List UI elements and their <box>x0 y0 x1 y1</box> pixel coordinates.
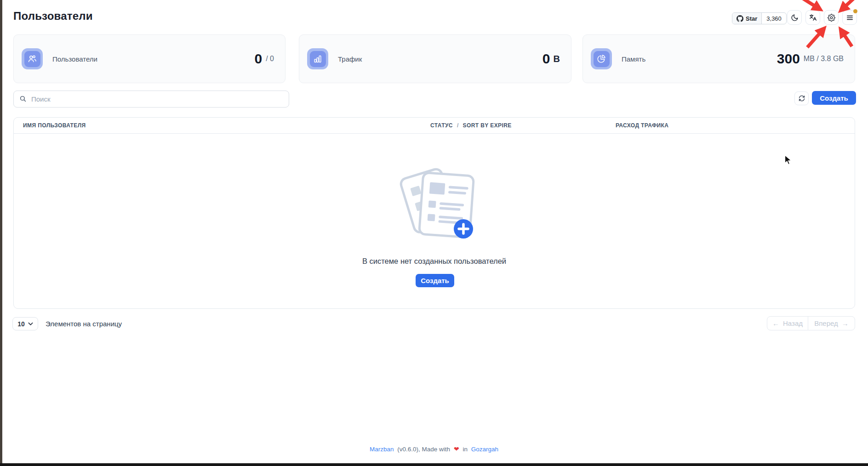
github-star-count[interactable]: 3,360 <box>762 13 786 24</box>
chevron-down-icon <box>28 322 33 326</box>
translate-icon <box>809 13 817 22</box>
moon-icon <box>791 14 799 22</box>
language-button[interactable] <box>805 10 820 25</box>
github-icon <box>737 15 743 22</box>
marzban-users-page: { "page": { "title": "Пользователи" }, "… <box>0 0 868 466</box>
footer-version-text: (v0.6.0), Made with <box>397 446 450 453</box>
empty-state-message: В системе нет созданных пользователей <box>14 257 855 266</box>
menu-icon <box>846 14 854 22</box>
window-edge-left <box>0 0 2 466</box>
column-header-traffic-usage[interactable]: РАСХОД ТРАФИКА <box>616 118 668 133</box>
page-size-value: 10 <box>17 320 25 328</box>
table-header-row: ИМЯ ПОЛЬЗОВАТЕЛЯ СТАТУС / SORT BY EXPIRE… <box>14 118 855 134</box>
column-header-username[interactable]: ИМЯ ПОЛЬЗОВАТЕЛЯ <box>23 118 86 133</box>
stat-value-memory: 300 MB / 3.8 GB <box>777 35 844 83</box>
window-edge-bottom <box>0 463 868 466</box>
footer: Marzban (v0.6.0), Made with ❤ in Gozarga… <box>0 445 868 453</box>
next-page-button[interactable]: Вперед → <box>808 317 855 330</box>
bar-chart-icon <box>307 48 328 69</box>
stat-card-users: Пользователи 0 / 0 <box>13 34 286 83</box>
heart-icon: ❤ <box>454 445 459 453</box>
notification-dot <box>853 9 857 13</box>
stat-label-memory: Память <box>622 35 645 83</box>
search-input[interactable] <box>13 91 289 108</box>
page-size-select[interactable]: 10 <box>12 317 38 330</box>
pie-chart-icon <box>591 48 612 69</box>
settings-button[interactable] <box>824 10 839 25</box>
github-star-widget: Star 3,360 <box>732 12 787 24</box>
footer-link-marzban[interactable]: Marzban <box>370 446 394 453</box>
stat-card-memory: Память 300 MB / 3.8 GB <box>582 34 855 83</box>
stat-label-users: Пользователи <box>52 35 97 83</box>
refresh-icon <box>798 95 805 102</box>
page-title: Пользователи <box>13 10 93 23</box>
arrow-left-icon: ← <box>772 319 779 327</box>
settings-gear-icon <box>828 14 835 22</box>
arrow-right-icon: → <box>842 319 849 327</box>
column-header-status-sort[interactable]: СТАТУС / SORT BY EXPIRE <box>430 118 512 133</box>
github-star-label: Star <box>746 15 757 22</box>
refresh-button[interactable] <box>794 91 809 105</box>
github-star-button[interactable]: Star <box>732 13 762 24</box>
pager: ← Назад Вперед → <box>767 316 855 330</box>
stat-value-users: 0 / 0 <box>255 35 274 83</box>
search-box <box>13 91 289 108</box>
users-icon <box>22 48 43 69</box>
plus-circle-icon <box>454 219 473 239</box>
documents-plus-illustration <box>386 161 483 245</box>
footer-in-text: in <box>463 446 468 453</box>
footer-link-gozargah[interactable]: Gozargah <box>471 446 498 453</box>
prev-page-button[interactable]: ← Назад <box>767 317 808 330</box>
create-user-button[interactable]: Создать <box>812 91 856 105</box>
users-table: ИМЯ ПОЛЬЗОВАТЕЛЯ СТАТУС / SORT BY EXPIRE… <box>13 117 855 309</box>
dark-mode-button[interactable] <box>787 10 802 25</box>
per-page-label: Элементов на страницу <box>46 317 122 330</box>
stat-card-traffic: Трафик 0 B <box>299 34 571 83</box>
stat-value-traffic: 0 B <box>542 35 560 83</box>
stat-label-traffic: Трафик <box>338 35 362 83</box>
empty-state-create-button[interactable]: Создать <box>416 274 454 287</box>
